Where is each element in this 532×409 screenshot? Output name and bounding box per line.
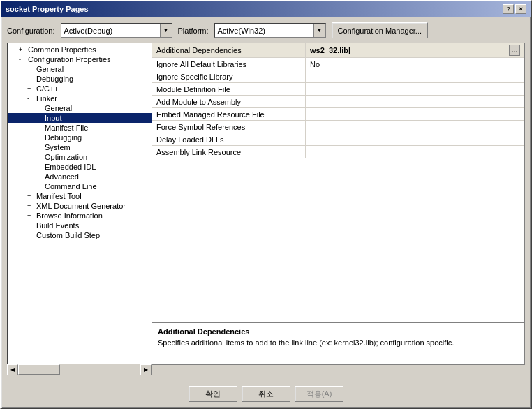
tree-item-linker-debugging[interactable]: Debugging — [8, 133, 152, 142]
config-row: Configuration: Active(Debug) ▼ Platform:… — [7, 22, 525, 38]
tree-item-linker-system[interactable]: System — [8, 142, 152, 152]
table-row[interactable]: Ignore All Default Libraries No — [152, 58, 524, 70]
tree-item-manifest-tool[interactable]: +Manifest Tool — [8, 191, 152, 201]
prop-name-additional-deps: Additional Dependencies — [152, 43, 306, 57]
prop-name-ignore-all: Ignore All Default Libraries — [152, 58, 306, 70]
prop-value-add-module — [306, 96, 524, 107]
platform-dropdown[interactable]: Active(Win32) ▼ — [214, 23, 326, 38]
help-button[interactable]: ? — [503, 4, 514, 14]
expand-icon: + — [27, 85, 34, 92]
tree-item-config-props[interactable]: -Configuration Properties — [8, 54, 152, 64]
scroll-right-button[interactable]: ▶ — [140, 364, 152, 375]
description-panel: Additional Dependencies Specifies additi… — [152, 322, 524, 364]
desc-title: Additional Dependencies — [158, 327, 519, 336]
main-window: socket Property Pages ? ✕ Configuration:… — [0, 0, 532, 409]
main-area: +Common Properties -Configuration Proper… — [7, 43, 525, 365]
prop-name-assembly-link: Assembly Link Resource — [152, 146, 306, 158]
configuration-manager-button[interactable]: Configuration Manager... — [332, 22, 428, 38]
config-dropdown[interactable]: Active(Debug) ▼ — [61, 23, 172, 38]
prop-value-ignore-all: No — [306, 58, 524, 70]
right-panel: Additional Dependencies ws2_32.lib| … Ig… — [152, 43, 524, 364]
tree-item-xml-doc[interactable]: +XML Document Generator — [8, 201, 152, 211]
table-row[interactable]: Ignore Specific Library — [152, 70, 524, 83]
window-title: socket Property Pages — [6, 5, 89, 13]
prop-value-additional-deps[interactable]: ws2_32.lib| … — [306, 43, 524, 57]
tree-item-browse-info[interactable]: +Browse Information — [8, 211, 152, 221]
expand-icon: + — [27, 212, 34, 219]
platform-value: Active(Win32) — [215, 27, 313, 35]
prop-name-force-symbol: Force Symbol References — [152, 121, 306, 133]
prop-value-ignore-specific — [306, 70, 524, 82]
prop-name-delay-loaded: Delay Loaded DLLs — [152, 133, 306, 145]
expand-icon: + — [19, 46, 26, 53]
table-row[interactable]: Add Module to Assembly — [152, 96, 524, 108]
prop-name-ignore-specific: Ignore Specific Library — [152, 70, 306, 82]
tree-item-linker-embedded[interactable]: Embedded IDL — [8, 162, 152, 172]
collapse-icon: - — [27, 95, 34, 102]
tree-item-linker-optimization[interactable]: Optimization — [8, 152, 152, 162]
prop-value-text: ws2_32.lib| — [310, 46, 350, 54]
scroll-left-button[interactable]: ◀ — [7, 364, 18, 375]
tree-item-linker-cmdline[interactable]: Command Line — [8, 181, 152, 191]
expand-icon: + — [27, 193, 34, 200]
scroll-thumb[interactable] — [18, 364, 60, 375]
tree-item-custom-build[interactable]: +Custom Build Step — [8, 230, 152, 240]
window-content: Configuration: Active(Debug) ▼ Platform:… — [1, 17, 531, 380]
tree-item-cpp[interactable]: +C/C++ — [8, 84, 152, 94]
expand-icon: + — [27, 222, 34, 229]
prop-name-embed-managed: Embed Managed Resource File — [152, 108, 306, 120]
tree-item-common[interactable]: +Common Properties — [8, 45, 152, 54]
expand-icon: + — [27, 232, 34, 239]
tree-item-linker-general[interactable]: General — [8, 103, 152, 113]
title-bar: socket Property Pages ? ✕ — [1, 1, 531, 17]
table-row[interactable]: Embed Managed Resource File — [152, 108, 524, 121]
platform-label: Platform: — [178, 27, 209, 35]
properties-table: Additional Dependencies ws2_32.lib| … Ig… — [152, 43, 524, 322]
footer-buttons: 확인 취소 적용(A) — [1, 380, 531, 408]
tree-item-build-events[interactable]: +Build Events — [8, 221, 152, 230]
tree-scrollbar: ◀ ▶ — [7, 364, 152, 375]
table-row[interactable]: Module Definition File — [152, 83, 524, 96]
config-dropdown-arrow[interactable]: ▼ — [160, 24, 172, 37]
prop-value-force-symbol — [306, 121, 524, 133]
tree-item-linker-advanced[interactable]: Advanced — [8, 172, 152, 181]
ok-button[interactable]: 확인 — [189, 386, 237, 402]
tree-item-linker[interactable]: -Linker — [8, 94, 152, 103]
platform-dropdown-arrow[interactable]: ▼ — [313, 24, 325, 37]
prop-name-module-def: Module Definition File — [152, 83, 306, 95]
table-row[interactable]: Force Symbol References — [152, 121, 524, 133]
cancel-button[interactable]: 취소 — [242, 386, 290, 402]
apply-button[interactable]: 적용(A) — [295, 386, 343, 402]
close-button[interactable]: ✕ — [515, 4, 526, 14]
prop-value-embed-managed — [306, 108, 524, 120]
scroll-track[interactable] — [18, 364, 140, 375]
collapse-icon: - — [19, 56, 26, 63]
ellipsis-button[interactable]: … — [509, 45, 520, 56]
expand-icon: + — [27, 202, 34, 209]
desc-text: Specifies additional items to add to the… — [158, 338, 519, 348]
tree-item-linker-manifest[interactable]: Manifest File — [8, 123, 152, 133]
config-label: Configuration: — [7, 27, 55, 35]
prop-value-module-def — [306, 83, 524, 95]
tree-item-linker-input[interactable]: Input — [8, 113, 152, 123]
prop-name-add-module: Add Module to Assembly — [152, 96, 306, 107]
table-row[interactable]: Additional Dependencies ws2_32.lib| … — [152, 43, 524, 58]
table-row[interactable]: Delay Loaded DLLs — [152, 133, 524, 146]
prop-value-delay-loaded — [306, 133, 524, 145]
tree-item-general[interactable]: General — [8, 64, 152, 74]
table-row[interactable]: Assembly Link Resource — [152, 146, 524, 158]
prop-value-assembly-link — [306, 146, 524, 158]
tree-panel: +Common Properties -Configuration Proper… — [8, 43, 152, 364]
tree-item-debugging[interactable]: Debugging — [8, 74, 152, 84]
config-value: Active(Debug) — [61, 27, 160, 35]
title-bar-buttons: ? ✕ — [503, 4, 526, 14]
